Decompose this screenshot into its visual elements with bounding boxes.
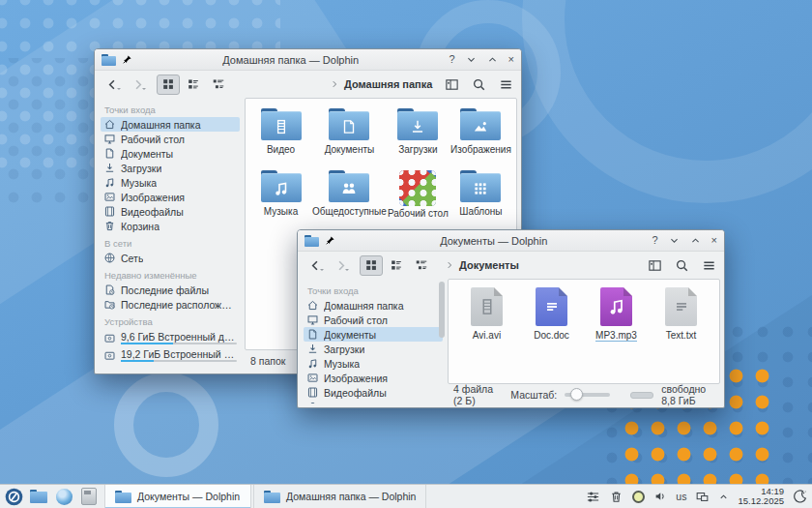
- settings-launcher-icon[interactable]: [79, 487, 99, 506]
- minimize-button[interactable]: [466, 54, 477, 65]
- folder-label: Документы: [325, 144, 375, 155]
- sidebar-item[interactable]: Сеть: [101, 251, 240, 265]
- zoom-slider[interactable]: [565, 393, 610, 397]
- places-panel: Точки входаДомашняя папкаРабочий столДок…: [99, 98, 242, 370]
- image-icon: [103, 191, 116, 203]
- folder-label: Видео: [267, 144, 295, 155]
- clock-date: 15.12.2025: [738, 496, 784, 506]
- sidebar-item[interactable]: Документы: [101, 146, 240, 161]
- sidebar-item-label: Домашняя папка: [121, 119, 201, 131]
- close-button[interactable]: ×: [711, 235, 717, 246]
- titlebar[interactable]: Документы — Dolphin ? ×: [298, 230, 724, 252]
- sidebar-item[interactable]: Изображения: [101, 190, 240, 204]
- folder-item[interactable]: Рабочий стол: [387, 170, 450, 219]
- search-icon[interactable]: [675, 258, 689, 273]
- clipboard-tray-icon[interactable]: [695, 490, 710, 504]
- sidebar-item[interactable]: Видеофайлы: [101, 204, 240, 219]
- sidebar-item[interactable]: Последние расположения: [101, 297, 240, 312]
- file-label: MP3.mp3: [595, 330, 637, 342]
- details-view-button[interactable]: [410, 255, 433, 276]
- sidebar-item[interactable]: 19,2 ГиБ Встроенный диск (nvme0…: [101, 346, 240, 364]
- status-circle-tray-icon[interactable]: [632, 491, 645, 503]
- status-bar: 4 файла (2 Б) Масштаб: свободно 8,8 ГиБ: [448, 384, 720, 403]
- dolphin-launcher-icon[interactable]: [29, 487, 48, 506]
- file-item[interactable]: Text.txt: [649, 287, 713, 342]
- sidebar-item[interactable]: Рабочий стол: [304, 313, 443, 327]
- sidebar-item[interactable]: Музыка: [101, 175, 240, 190]
- folder-item[interactable]: Общедоступные: [312, 170, 387, 219]
- file-view[interactable]: Avi.aviDoc.docMP3.mp3Text.txt: [448, 279, 720, 384]
- trash-tray-icon[interactable]: [609, 490, 624, 504]
- sidebar-item[interactable]: Домашняя папка: [101, 117, 240, 132]
- folder-item[interactable]: Видео: [249, 108, 312, 155]
- forward-button[interactable]: [331, 255, 350, 275]
- titlebar[interactable]: Домашняя папка — Dolphin ? ×: [95, 49, 521, 71]
- sidebar-item[interactable]: Корзина: [304, 400, 443, 403]
- compact-view-button[interactable]: [385, 255, 408, 276]
- night-mode-icon[interactable]: [793, 489, 808, 504]
- hamburger-menu-icon[interactable]: [499, 77, 513, 92]
- app-launcher-button[interactable]: [4, 487, 23, 506]
- file-item[interactable]: Avi.avi: [454, 287, 519, 342]
- help-button[interactable]: ?: [449, 54, 454, 65]
- sidebar-item[interactable]: Документы: [304, 327, 443, 342]
- breadcrumb[interactable]: Домашняя папка: [330, 71, 432, 98]
- folder-item[interactable]: Изображения: [450, 108, 512, 155]
- volume-tray-icon[interactable]: [653, 490, 667, 503]
- minimize-button[interactable]: [669, 235, 680, 246]
- clock[interactable]: 14:19 15.12.2025: [738, 487, 784, 506]
- folder-item[interactable]: Загрузки: [387, 108, 450, 155]
- sidebar-item[interactable]: Корзина: [101, 219, 240, 233]
- download-icon: [306, 343, 319, 355]
- sidebar-item[interactable]: 9,6 ГиБ Встроенный диск (nvme0n…: [101, 329, 240, 346]
- sidebar-item[interactable]: Загрузки: [101, 161, 240, 175]
- search-icon[interactable]: [472, 77, 486, 92]
- device-capacity-bar: [121, 343, 237, 344]
- file-item[interactable]: MP3.mp3: [584, 287, 649, 342]
- sidebar-item[interactable]: Загрузки: [304, 342, 443, 356]
- help-button[interactable]: ?: [652, 235, 657, 246]
- keyboard-layout-indicator[interactable]: us: [676, 491, 686, 502]
- maximize-button[interactable]: [487, 54, 498, 65]
- image-icon: [306, 372, 319, 384]
- taskbar: Документы — DolphinДомашняя папка — Dolp…: [0, 484, 812, 508]
- file-label: Text.txt: [666, 330, 697, 341]
- maximize-button[interactable]: [690, 235, 701, 246]
- mixer-tray-icon[interactable]: [586, 490, 600, 504]
- sidebar-item[interactable]: Изображения: [304, 371, 443, 385]
- txt-file-icon: [665, 287, 697, 326]
- split-panel-icon[interactable]: [445, 77, 459, 92]
- breadcrumb[interactable]: Документы: [445, 252, 519, 279]
- sidebar-item[interactable]: Рабочий стол: [101, 132, 240, 146]
- expand-tray-icon[interactable]: [718, 492, 729, 502]
- taskbar-task-button[interactable]: Документы — Dolphin: [104, 485, 251, 508]
- folder-item[interactable]: Шаблоны: [450, 170, 512, 219]
- icons-view-button[interactable]: [157, 75, 180, 95]
- pin-icon[interactable]: [122, 54, 132, 65]
- compact-view-button[interactable]: [182, 75, 205, 95]
- back-button[interactable]: [102, 75, 122, 94]
- folder-item[interactable]: Музыка: [249, 170, 312, 219]
- folder-label: Шаблоны: [459, 206, 502, 217]
- sidebar-item[interactable]: Видеофайлы: [304, 385, 443, 400]
- sidebar-item-label: Рабочий стол: [121, 134, 185, 145]
- pin-icon[interactable]: [325, 235, 335, 246]
- file-item[interactable]: Doc.doc: [519, 287, 584, 342]
- forward-button[interactable]: [128, 75, 147, 94]
- folder-item[interactable]: Документы: [312, 108, 387, 155]
- close-button[interactable]: ×: [508, 54, 514, 65]
- hamburger-menu-icon[interactable]: [702, 258, 716, 273]
- sidebar-item[interactable]: Домашняя папка: [304, 298, 443, 313]
- file-icon: [103, 147, 116, 160]
- sidebar-scrollbar[interactable]: [439, 282, 445, 401]
- folder-icon: [329, 170, 369, 202]
- back-button[interactable]: [305, 255, 325, 275]
- split-panel-icon[interactable]: [648, 258, 662, 273]
- video-icon: [306, 386, 319, 399]
- sidebar-item[interactable]: Музыка: [304, 356, 443, 371]
- taskbar-task-button[interactable]: Домашняя папка — Dolphin: [253, 485, 426, 508]
- browser-launcher-icon[interactable]: [54, 487, 73, 506]
- icons-view-button[interactable]: [360, 255, 383, 276]
- details-view-button[interactable]: [207, 75, 230, 95]
- sidebar-item[interactable]: Последние файлы: [101, 283, 240, 297]
